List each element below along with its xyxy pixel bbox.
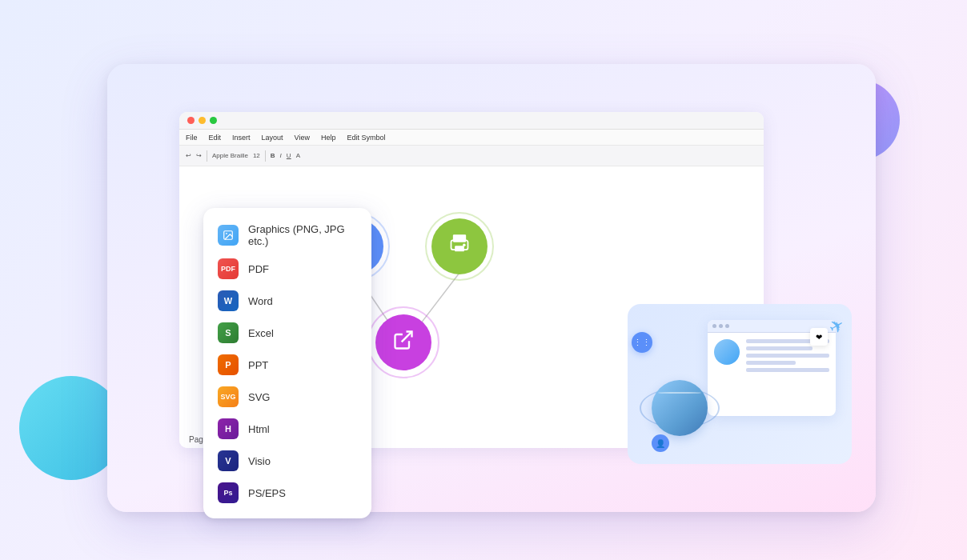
menu-insert[interactable]: Insert <box>232 134 251 142</box>
browser-dot-2 <box>719 324 723 328</box>
toolbar-separator-2 <box>265 150 266 162</box>
browser-avatar <box>714 339 740 365</box>
minimize-button[interactable] <box>199 117 206 124</box>
globe-container <box>640 368 720 448</box>
toolbar-font-size[interactable]: 12 <box>253 152 260 159</box>
globe-icon <box>652 380 708 436</box>
illustration-panel: ✈ ⋮⋮ ❤ 👤 <box>628 304 852 464</box>
format-icon-graphics <box>218 225 239 246</box>
format-item-pdf[interactable]: PDFPDF <box>203 253 371 285</box>
format-item-ppt[interactable]: PPPT <box>203 349 371 381</box>
export-icon <box>392 329 415 356</box>
format-label-word: Word <box>248 295 273 307</box>
toolbar-italic[interactable]: I <box>280 152 282 159</box>
svg-point-10 <box>463 243 466 246</box>
toolbar-font[interactable]: Apple Braille <box>212 152 248 159</box>
maximize-button[interactable] <box>210 117 217 124</box>
svg-point-13 <box>226 233 227 234</box>
format-icon-html: H <box>218 418 239 439</box>
browser-line-3 <box>746 354 829 358</box>
share-badge-icon: ⋮⋮ <box>632 332 652 353</box>
format-icon-word: W <box>218 290 239 311</box>
format-label-svg: SVG <box>248 391 270 403</box>
menu-layout[interactable]: Layout <box>262 134 283 142</box>
print-icon <box>448 233 471 260</box>
format-icon-ps: Ps <box>218 482 239 503</box>
format-item-excel[interactable]: SExcel <box>203 317 371 349</box>
format-icon-pdf: PDF <box>218 258 239 279</box>
toolbar-bold[interactable]: B <box>271 152 275 159</box>
menu-help[interactable]: Help <box>321 134 336 142</box>
scene: File Edit Insert Layout View Help Edit S… <box>43 32 924 528</box>
format-label-graphics: Graphics (PNG, JPG etc.) <box>248 223 357 247</box>
format-label-pdf: PDF <box>248 263 269 275</box>
user-badge-icon: 👤 <box>652 434 669 452</box>
menu-edit[interactable]: Edit <box>209 134 222 142</box>
format-item-svg[interactable]: SVGSVG <box>203 381 371 413</box>
format-item-html[interactable]: HHtml <box>203 413 371 445</box>
browser-line-5 <box>746 368 829 372</box>
format-panel: Graphics (PNG, JPG etc.)PDFPDFWWordSExce… <box>203 208 371 518</box>
toolbar-undo[interactable]: ↩ <box>186 152 191 159</box>
toolbar: ↩ ↪ Apple Braille 12 B I U A <box>179 146 764 166</box>
laptop-shell: File Edit Insert Layout View Help Edit S… <box>107 64 876 512</box>
format-icon-ppt: P <box>218 354 239 375</box>
close-button[interactable] <box>187 117 195 124</box>
browser-dot-3 <box>725 324 729 328</box>
format-label-excel: Excel <box>248 327 274 339</box>
format-item-ps[interactable]: PsPS/EPS <box>203 477 371 509</box>
export-node[interactable] <box>375 314 431 370</box>
format-icon-svg: SVG <box>218 386 239 407</box>
format-item-visio[interactable]: VVisio <box>203 445 371 477</box>
svg-rect-7 <box>453 234 466 242</box>
menu-file[interactable]: File <box>186 134 198 142</box>
browser-line-2 <box>746 346 813 350</box>
print-node[interactable] <box>431 218 488 274</box>
format-label-ps: PS/EPS <box>248 487 286 499</box>
format-item-word[interactable]: WWord <box>203 285 371 317</box>
menu-view[interactable]: View <box>295 134 310 142</box>
format-label-html: Html <box>248 423 270 435</box>
toolbar-separator-1 <box>207 150 207 162</box>
toolbar-redo[interactable]: ↪ <box>196 152 202 159</box>
toolbar-underline[interactable]: U <box>287 152 291 159</box>
svg-rect-9 <box>455 246 464 251</box>
illustration-inner: ✈ ⋮⋮ ❤ 👤 <box>628 304 852 464</box>
toolbar-align[interactable]: A <box>296 152 300 159</box>
format-icon-visio: V <box>218 450 239 471</box>
format-label-ppt: PPT <box>248 359 268 371</box>
format-icon-excel: S <box>218 322 239 343</box>
format-item-graphics[interactable]: Graphics (PNG, JPG etc.) <box>203 218 371 253</box>
browser-line-4 <box>746 361 796 365</box>
mail-badge-icon: ❤ <box>810 328 828 346</box>
menu-bar: File Edit Insert Layout View Help Edit S… <box>179 130 764 146</box>
menu-edit-symbol[interactable]: Edit Symbol <box>347 134 385 142</box>
format-label-visio: Visio <box>248 455 271 467</box>
svg-line-11 <box>402 332 412 342</box>
title-bar <box>179 112 764 130</box>
browser-dot-1 <box>712 324 716 328</box>
